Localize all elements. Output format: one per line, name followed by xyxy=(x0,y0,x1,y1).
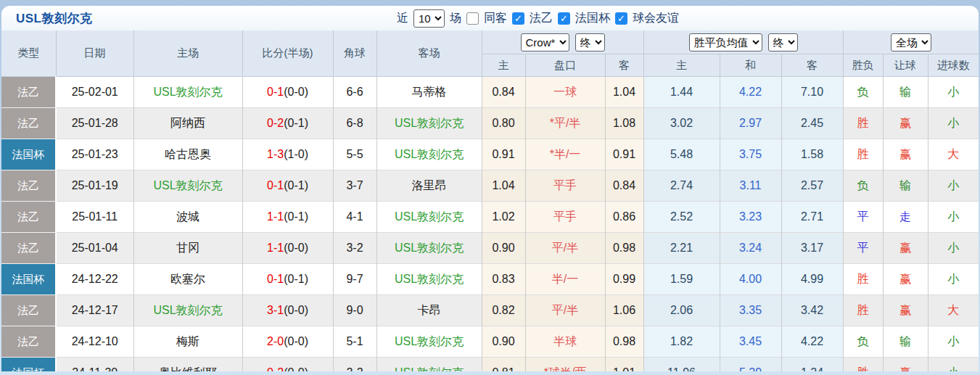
home-team: USL敦刻尔克 xyxy=(133,170,242,202)
match-date: 24-12-17 xyxy=(56,295,133,326)
goals-result: 小 xyxy=(928,326,979,358)
home-odds: 1.02 xyxy=(482,202,525,233)
corner-count: 5-5 xyxy=(333,139,376,170)
half-score: (0-1) xyxy=(284,179,308,191)
col-header-goals: 进球数 xyxy=(928,54,979,77)
handicap-result: 赢 xyxy=(883,108,928,139)
bookmaker-select[interactable]: Crow* xyxy=(521,33,569,51)
table-row: 法乙 24-12-17 USL敦刻尔克 3-1(0-0) 9-0 卡昂 0.82… xyxy=(1,295,979,326)
half-score: (0-0) xyxy=(284,304,308,316)
scope-select[interactable]: 全场 xyxy=(891,33,931,51)
half-score: (0-1) xyxy=(284,117,308,129)
corner-count: 6-6 xyxy=(333,77,376,108)
away-team: USL敦刻尔克 xyxy=(376,139,482,170)
home-odds: 0.91 xyxy=(482,139,525,170)
avg-away-odds: 1.58 xyxy=(781,139,843,170)
full-score: 0-2 xyxy=(267,366,284,371)
avg-home-odds: 2.74 xyxy=(643,170,720,202)
avg-home-odds: 11.96 xyxy=(643,358,720,372)
filter-coupe-checkbox[interactable] xyxy=(558,12,570,25)
corner-count: 9-7 xyxy=(333,264,376,295)
avg-home-odds: 2.06 xyxy=(643,295,720,326)
title-bar: USL敦刻尔克 近 10 场 同客 法乙 法国杯 球会友谊 xyxy=(1,6,979,30)
handicap-result: 赢 xyxy=(883,358,928,372)
corner-count: 4-1 xyxy=(333,202,376,233)
outcome-result: 胜 xyxy=(843,358,883,372)
home-odds: 0.83 xyxy=(482,264,525,295)
col-header-avg-home: 主 xyxy=(643,54,720,77)
home-odds: 1.04 xyxy=(482,170,525,202)
goals-result: 小 xyxy=(928,264,979,295)
match-date: 25-01-23 xyxy=(56,139,133,170)
col-header-type: 类型 xyxy=(1,30,56,77)
handicap-result: 输 xyxy=(883,326,928,358)
score-cell: 0-2(0-0) xyxy=(242,358,333,372)
away-odds: 0.98 xyxy=(605,326,643,358)
league-badge: 法国杯 xyxy=(1,358,56,372)
average-stage-select[interactable]: 终 xyxy=(768,33,798,51)
col-header-avg-draw: 和 xyxy=(720,54,781,77)
same-venue-label: 同客 xyxy=(484,11,507,26)
home-odds: 0.80 xyxy=(482,108,525,139)
outcome-result: 负 xyxy=(843,326,883,358)
half-score: (1-0) xyxy=(284,148,308,160)
home-odds: 0.82 xyxy=(482,295,525,326)
away-odds: 0.99 xyxy=(605,264,643,295)
col-header-handicap-result: 让球 xyxy=(883,54,928,77)
col-header-date: 日期 xyxy=(56,30,133,77)
away-team: 洛里昂 xyxy=(376,170,482,202)
col-header-corner: 角球 xyxy=(333,30,376,77)
col-header-avg-away: 客 xyxy=(781,54,843,77)
handicap-line: 平手 xyxy=(525,202,605,233)
recent-count-select[interactable]: 10 xyxy=(413,9,445,28)
away-team: USL敦刻尔克 xyxy=(376,358,482,372)
away-team: 卡昂 xyxy=(376,295,482,326)
col-header-odds-away: 客 xyxy=(605,54,643,77)
table-row: 法乙 25-01-11 波城 1-1(0-1) 4-1 USL敦刻尔克 1.02… xyxy=(1,202,979,233)
avg-home-odds: 1.82 xyxy=(643,326,720,358)
home-odds: 0.90 xyxy=(482,326,525,358)
corner-count: 3-2 xyxy=(333,233,376,264)
half-score: (0-0) xyxy=(284,366,308,371)
page-title: USL敦刻尔克 xyxy=(16,10,93,27)
away-odds: 1.01 xyxy=(605,358,643,372)
full-score: 0-1 xyxy=(267,179,284,191)
average-group-header: 胜平负均值 终 xyxy=(643,30,843,54)
avg-draw-odds: 4.22 xyxy=(720,77,781,108)
table-row: 法国杯 24-11-30 奥比维利耶 0-2(0-0) 2-2 USL敦刻尔克 … xyxy=(1,358,979,372)
goals-result: 小 xyxy=(928,358,979,372)
league-badge: 法乙 xyxy=(1,108,56,139)
away-odds: 0.86 xyxy=(605,202,643,233)
avg-away-odds: 3.42 xyxy=(781,295,843,326)
filter-ligue2-checkbox[interactable] xyxy=(512,12,524,25)
match-date: 25-01-19 xyxy=(56,170,133,202)
handicap-result: 输 xyxy=(883,170,928,202)
goals-result: 小 xyxy=(928,202,979,233)
avg-away-odds: 3.17 xyxy=(781,233,843,264)
league-badge: 法乙 xyxy=(1,77,56,108)
avg-draw-odds: 3.45 xyxy=(720,326,781,358)
handicap-line: *平/半 xyxy=(525,108,605,139)
avg-away-odds: 4.22 xyxy=(781,326,843,358)
col-header-home: 主场 xyxy=(133,30,242,77)
avg-draw-odds: 3.75 xyxy=(720,139,781,170)
avg-home-odds: 2.21 xyxy=(643,233,720,264)
col-header-away: 客场 xyxy=(376,30,482,77)
home-team: 梅斯 xyxy=(133,326,242,358)
same-venue-checkbox[interactable] xyxy=(466,12,479,25)
average-select[interactable]: 胜平负均值 xyxy=(689,33,762,51)
filter-friendly-checkbox[interactable] xyxy=(615,12,627,25)
handicap-line: *半/一 xyxy=(525,139,605,170)
avg-away-odds: 2.45 xyxy=(781,108,843,139)
score-cell: 0-1(0-0) xyxy=(242,77,333,108)
full-score: 1-1 xyxy=(267,210,284,223)
home-team: 甘冈 xyxy=(133,233,242,264)
full-score: 0-2 xyxy=(267,117,284,129)
home-odds: 0.84 xyxy=(482,77,525,108)
away-odds: 0.98 xyxy=(605,233,643,264)
bookmaker-stage-select[interactable]: 终 xyxy=(575,33,605,51)
table-row: 法乙 25-01-28 阿纳西 0-2(0-1) 6-8 USL敦刻尔克 0.8… xyxy=(1,108,979,139)
filter-friendly-label: 球会友谊 xyxy=(633,11,679,26)
away-odds: 1.06 xyxy=(605,295,643,326)
score-cell: 0-2(0-1) xyxy=(242,108,333,139)
